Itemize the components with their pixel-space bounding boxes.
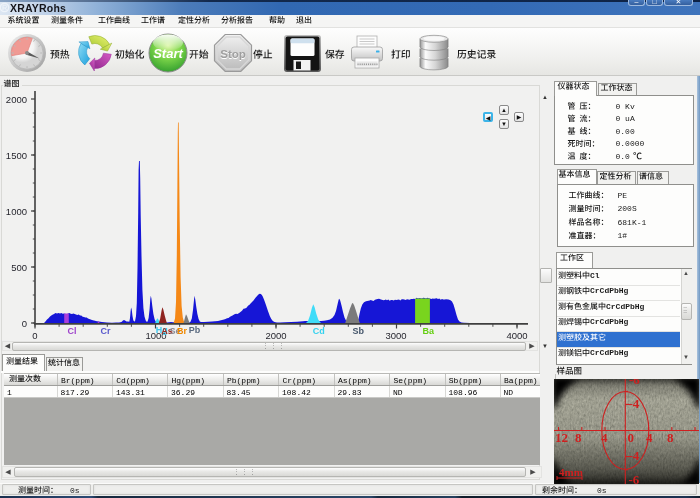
svg-text:4: 4 xyxy=(601,430,608,445)
svg-text:8: 8 xyxy=(667,430,674,445)
svg-text:-6: -6 xyxy=(628,472,639,484)
svg-text:0: 0 xyxy=(627,430,634,445)
svg-text:-4: -4 xyxy=(628,448,639,463)
svg-text:8: 8 xyxy=(575,430,582,445)
svg-text:4mm: 4mm xyxy=(559,466,583,478)
svg-text:12: 12 xyxy=(555,430,568,445)
svg-text:-6: -6 xyxy=(629,379,640,387)
svg-text:4: 4 xyxy=(646,430,653,445)
svg-text:-4: -4 xyxy=(628,396,639,411)
